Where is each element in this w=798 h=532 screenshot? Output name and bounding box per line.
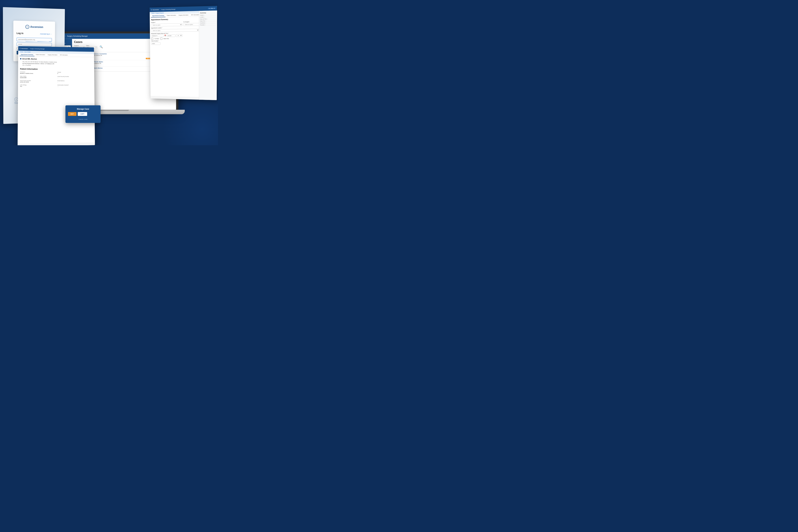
patient-email-field: Email Address -- xyxy=(57,80,92,83)
surgery-request-screen: ⬡ Ascension | Surgery Scheduling Manager… xyxy=(150,6,217,100)
overlay-logo-symbol: ✦ xyxy=(14,97,18,101)
cases-app-name: Surgery Scheduling Manager xyxy=(67,35,88,37)
cd-fin: FIN: 12345698 xyxy=(22,64,92,66)
sr-tab-surgery-information[interactable]: Surgery Information xyxy=(177,14,190,17)
surgery-time-input[interactable] xyxy=(167,35,175,37)
full-name-value: Bedford, Heather Anne xyxy=(20,73,56,74)
surgeon-label: Surgeon * xyxy=(151,21,182,23)
manage-case-buttons: EDIT COPY xyxy=(68,112,98,116)
patient-auth-field: Authorization Needed? — xyxy=(57,84,93,87)
patient-info-heading: Patient Information xyxy=(20,68,92,71)
patient-latex-field: Latex Allergy Yes xyxy=(20,84,56,87)
summary-anesthesia: Anesthesia — xyxy=(200,22,216,24)
cancel-case-button[interactable]: CANCEL CASE xyxy=(68,119,98,120)
dob-value: 02/20/1965 xyxy=(20,77,56,78)
duration-input[interactable] xyxy=(151,42,160,45)
status-filter-label: Status xyxy=(86,45,97,46)
sr-content-area: Appointment Summary Surgeon * Select an … xyxy=(150,16,217,97)
summary-surgeon: Surgeon — xyxy=(200,14,216,16)
cd-surgeon-banner: Elrod MD, Burton xyxy=(20,58,92,60)
topbar-divider: | xyxy=(65,35,66,37)
dob-label: Date of Birth xyxy=(20,76,56,77)
summary-setup-time: Setup Time — xyxy=(200,20,216,22)
phone-label: Home Phone Number xyxy=(20,80,56,81)
sr-tab-pat-information[interactable]: PAT Information xyxy=(190,14,201,17)
search-icon: 🔍 xyxy=(100,45,103,48)
summary-location: Location — xyxy=(200,16,216,18)
sr-spacer xyxy=(176,8,207,9)
patient-dob-field: Date of Birth 02/20/1965 xyxy=(20,76,56,78)
email-value: -- xyxy=(57,81,92,83)
username-field-container xyxy=(17,38,52,41)
calendar-icon[interactable]: 📅 xyxy=(164,35,166,37)
associate-login-link[interactable]: Associate log in → xyxy=(40,33,52,35)
login-logo-area: ⬡ Ascension xyxy=(17,24,52,29)
login-logo-icon: ⬡ Ascension xyxy=(25,25,43,29)
cd-logo-symbol: ⬡ xyxy=(19,48,21,49)
cd-tab-patient-information[interactable]: Patient Information xyxy=(35,53,46,57)
latex-label: Latex Allergy xyxy=(20,84,56,86)
sr-user-menu[interactable]: Hi, Office ▼ xyxy=(208,7,216,9)
copy-button[interactable]: COPY xyxy=(78,112,87,116)
edit-button[interactable]: EDIT xyxy=(68,112,76,116)
sr-tab-appointment-summary[interactable]: Appointment Summary xyxy=(151,14,166,17)
latex-value: Yes xyxy=(20,86,56,87)
cd-tab-appointment-summary[interactable]: Appointment Summary xyxy=(19,53,35,56)
cd-tab-pat-information[interactable]: PAT Information xyxy=(59,54,69,57)
surgeon-select[interactable]: Select an option xyxy=(151,23,182,26)
laptop-notch xyxy=(97,110,129,111)
appt-location-group: Appointment Location * Select an option xyxy=(151,27,200,32)
cd-app-name: Surgery Scheduling Manager xyxy=(30,48,45,49)
username-input[interactable] xyxy=(17,38,52,41)
brand-name: Ascension xyxy=(30,25,43,28)
ssn-value: -- xyxy=(57,77,92,79)
am-pm-select[interactable]: All xyxy=(176,34,183,37)
sr-summary-panel: Summary Surgeon — Location — Date and Ti… xyxy=(199,11,217,100)
surgeon-group: Surgeon * Select an option xyxy=(151,21,182,26)
password-input[interactable] xyxy=(17,42,52,46)
case-patient: Lawrence, Constantine xyxy=(93,53,107,55)
cd-divider: | xyxy=(29,48,29,50)
surgeons-filter-label: Surgeons xyxy=(74,45,85,46)
ssn-label: Social Security Number xyxy=(57,76,92,77)
sr-divider: | xyxy=(160,8,160,11)
email-label: Email Address xyxy=(57,80,92,81)
cd-body: Elrod MD, Burton Thu, Nov 19 1:00 HH Blo… xyxy=(18,56,95,144)
surgery-date-input[interactable] xyxy=(151,35,164,37)
summary-panel-title: Summary xyxy=(200,12,216,14)
patient-full-name-field: Full Name Bedford, Heather Anne xyxy=(20,71,56,74)
summary-procedure: Procedure — xyxy=(200,24,216,26)
appt-location-select[interactable]: Select an option xyxy=(151,29,200,32)
gender-value: F xyxy=(57,73,92,75)
ascension-logo-mark: ⬡ xyxy=(25,25,29,29)
manage-case-title: Manage Case xyxy=(68,108,98,110)
password-field-container xyxy=(17,42,52,46)
summary-date-time: Date and Time — xyxy=(200,18,216,20)
patient-ssn-field: Social Security Number -- xyxy=(57,76,92,79)
block-time-checkbox[interactable] xyxy=(160,38,162,40)
cd-brand: ⬡ Ascension xyxy=(19,48,28,49)
case-patient: Petrolll, Nadine xyxy=(94,61,103,62)
cd-tab-surgery-information[interactable]: Surgery Information xyxy=(46,54,59,57)
sr-app-name: Surgery Scheduling Manager xyxy=(161,8,175,10)
sr-logo-symbol: ⬡ xyxy=(151,9,152,11)
to-follow-label: To Follow xyxy=(154,38,159,39)
block-time-label: Block Time xyxy=(164,38,169,39)
case-details-screen: ⬡ Ascension | Surgery Scheduling Manager… xyxy=(18,46,95,145)
login-title: Log in xyxy=(17,32,23,35)
cd-surgeon-name: Elrod MD, Burton xyxy=(22,58,37,60)
case-patient: Harris Marissa xyxy=(94,68,102,69)
sr-brand: ⬡ Ascension xyxy=(151,9,159,11)
patient-phone-field: Home Phone Number (123) 222-3232 xyxy=(20,80,56,83)
cd-surgeon-dot xyxy=(20,58,21,59)
sr-tab-patient-information[interactable]: Patient Information xyxy=(166,14,177,17)
manage-case-popup: Manage Case EDIT COPY CANCEL CASE xyxy=(65,105,100,123)
appt-location-label: Appointment Location * xyxy=(151,27,200,28)
search-box[interactable]: 🔍 xyxy=(100,45,103,49)
auth-label: Authorization Needed? xyxy=(57,84,93,86)
to-follow-checkbox[interactable] xyxy=(151,38,153,40)
phone-value: (123) 222-3232 xyxy=(20,81,56,83)
patient-gender-field: Gender F xyxy=(57,72,92,75)
patient-info-grid: Full Name Bedford, Heather Anne Gender F… xyxy=(20,71,93,87)
auth-value: — xyxy=(57,86,93,87)
